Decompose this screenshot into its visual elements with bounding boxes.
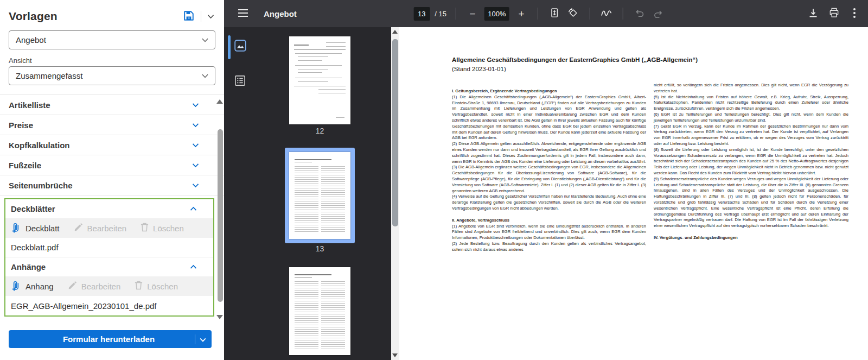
chevron-down-icon — [192, 163, 199, 168]
document-paragraph: (6) EGR ist zu Teillieferungen und Teill… — [654, 112, 848, 124]
minus-icon: − — [469, 9, 475, 19]
agb-subtitle: (Stand 2023-01-01) — [452, 66, 506, 72]
trash-icon — [141, 223, 149, 233]
document-paragraph: (1) Die Allgemeinen Geschäftsbedingungen… — [452, 94, 646, 141]
sidebar-scroll-down[interactable] — [216, 315, 223, 319]
pencil-icon — [68, 281, 77, 292]
document-paragraph: (4) Verweise auf die Geltung gesetzliche… — [452, 194, 646, 211]
chevron-down-icon — [192, 123, 199, 128]
accordion-section[interactable]: Fußzeile — [0, 155, 224, 175]
active-tab-indicator — [228, 35, 231, 59]
accordion-section-deckblaetter[interactable]: Deckblätter — [5, 199, 213, 218]
page-number-input[interactable]: 13 — [413, 7, 430, 21]
delete-cover-sheet-button[interactable]: Löschen — [135, 218, 189, 238]
save-template-button[interactable] — [182, 9, 196, 24]
edit-cover-sheet-button[interactable]: Bearbeiten — [68, 218, 132, 238]
outline-tab[interactable] — [231, 73, 250, 90]
add-cover-sheet-button[interactable]: Deckblatt — [11, 218, 65, 238]
templates-panel: Vorlagen Angebot Ansi — [0, 0, 224, 360]
accordion-section-anhaenge[interactable]: Anhänge — [5, 257, 213, 276]
accordion-section[interactable]: Preise — [0, 115, 224, 135]
more-options-button[interactable] — [847, 7, 861, 21]
toolbar-divider — [456, 8, 456, 20]
redo-button[interactable] — [652, 7, 666, 21]
cover-sheet-file[interactable]: Deckblatt.pdf — [5, 238, 213, 257]
pdf-page: Allgemeine Geschäftsbedingungen der East… — [399, 27, 868, 360]
thumbnail-panel: 12 13 — [256, 27, 399, 360]
document-paragraph: (5) Ist die Nichteinhaltung von Fristen … — [654, 94, 848, 112]
thumbnail-scrollbar[interactable] — [391, 27, 399, 360]
kebab-menu-icon — [853, 8, 856, 20]
rotate-icon — [568, 8, 579, 20]
rotate-button[interactable] — [566, 7, 580, 21]
attach-plus-icon — [11, 280, 21, 293]
document-paragraph: II. Angebote, Vertragsschluss — [452, 218, 646, 224]
annotate-button[interactable] — [599, 7, 614, 21]
fit-page-button[interactable] — [547, 7, 561, 21]
zoom-in-button[interactable]: + — [514, 7, 528, 21]
page-thumbnail-13-selected[interactable] — [285, 148, 355, 243]
document-paragraph: I. Geltungsbereich, Ergänzende Vertragsb… — [452, 89, 646, 94]
toolbar-divider — [538, 8, 538, 20]
header-divider — [201, 11, 201, 22]
print-button[interactable] — [827, 7, 841, 21]
thumbnails-tab[interactable] — [231, 37, 250, 55]
add-attachment-button[interactable]: Anhang — [11, 276, 59, 296]
cover-sheet-toolbar: Deckblatt Bearbeiten Löschen — [5, 218, 213, 238]
zoom-level-input[interactable]: 100% — [484, 7, 509, 21]
edit-attachment-button[interactable]: Bearbeiten — [62, 276, 126, 296]
left-column: I. Geltungsbereich, Ergänzende Vertragsb… — [452, 83, 646, 253]
document-paragraph: (8) Soweit die Lieferung oder Leistung u… — [654, 147, 848, 176]
chevron-down-icon — [207, 12, 214, 21]
template-select-value: Angebot — [16, 35, 46, 45]
viewer-toolbar: Angebot 13 / 15 − 100% + — [224, 0, 868, 27]
accordion-section[interactable]: Seitenumbrüche — [0, 175, 224, 195]
document-paragraph: (9) Schadensersatzansprüche des Kunden w… — [654, 176, 848, 229]
thumbnails-icon — [234, 39, 247, 54]
page-thumbnail-content — [289, 36, 350, 124]
hamburger-icon — [238, 9, 248, 19]
document-outline-icon — [234, 74, 246, 89]
agb-title: Allgemeine Geschäftsbedingungen der East… — [452, 56, 698, 63]
download-form-button[interactable]: Formular herunterladen — [9, 330, 212, 348]
undo-button[interactable] — [633, 7, 647, 21]
zoom-out-button[interactable]: − — [465, 7, 480, 21]
panel-title: Vorlagen — [9, 10, 58, 23]
menu-button[interactable] — [236, 7, 250, 21]
document-paragraph: IV. Vergütungs- und Zahlungsbedingungen — [654, 235, 848, 241]
scroll-up-arrow[interactable] — [392, 30, 398, 34]
view-select[interactable]: Zusammengefasst — [9, 66, 215, 85]
chevron-down-icon[interactable] — [200, 334, 206, 344]
right-column: nicht erfüllt, so verlängern sich die Fr… — [654, 83, 848, 253]
highlighted-sections: Deckblätter Deckblatt Bearbeiten — [4, 198, 214, 317]
accordion-section[interactable]: Artikelliste — [0, 95, 224, 115]
template-select[interactable]: Angebot — [9, 30, 215, 49]
page-columns: I. Geltungsbereich, Ergänzende Vertragsb… — [452, 83, 848, 253]
chevron-down-icon — [202, 38, 208, 42]
plus-icon: + — [518, 9, 524, 19]
app-root: Vorlagen Angebot Ansi — [0, 0, 868, 360]
undo-icon — [635, 9, 644, 18]
save-options-chevron[interactable] — [206, 11, 215, 22]
attachment-toolbar: Anhang Bearbeiten Löschen — [5, 276, 213, 296]
sidebar-scroll-up[interactable] — [216, 99, 223, 104]
document-paragraph: (7) Gerät EGR in Verzug, kann der Kunde … — [654, 124, 848, 147]
document-paragraph: (2) Jede Bestellung bzw. Beauftragung du… — [452, 241, 646, 253]
chevron-down-icon — [192, 183, 199, 188]
thumbnail-scrollbar-thumb[interactable] — [392, 39, 398, 226]
scroll-down-arrow[interactable] — [392, 353, 398, 357]
attachment-file[interactable]: EGR_AGB-Allgemein_20230101_de.pdf — [5, 296, 213, 315]
accordion-list: Artikelliste Preise Kopfkalkulation — [0, 94, 224, 195]
delete-attachment-button[interactable]: Löschen — [129, 276, 183, 296]
download-button[interactable] — [806, 7, 820, 21]
page-thumbnail-label: 12 — [289, 127, 350, 135]
page-count-label: / 15 — [435, 10, 446, 18]
accordion-section[interactable]: Kopfkalkulation — [0, 135, 224, 155]
sidebar-scrollbar-thumb[interactable] — [218, 129, 223, 302]
page-thumbnail-14[interactable] — [289, 267, 350, 355]
print-icon — [829, 8, 839, 20]
document-paragraph: (2) Diese AGB-Allgemein gelten ausschlie… — [452, 141, 646, 165]
page-thumbnail-12[interactable] — [289, 36, 350, 124]
download-icon — [808, 8, 818, 20]
chevron-down-icon — [202, 74, 208, 78]
